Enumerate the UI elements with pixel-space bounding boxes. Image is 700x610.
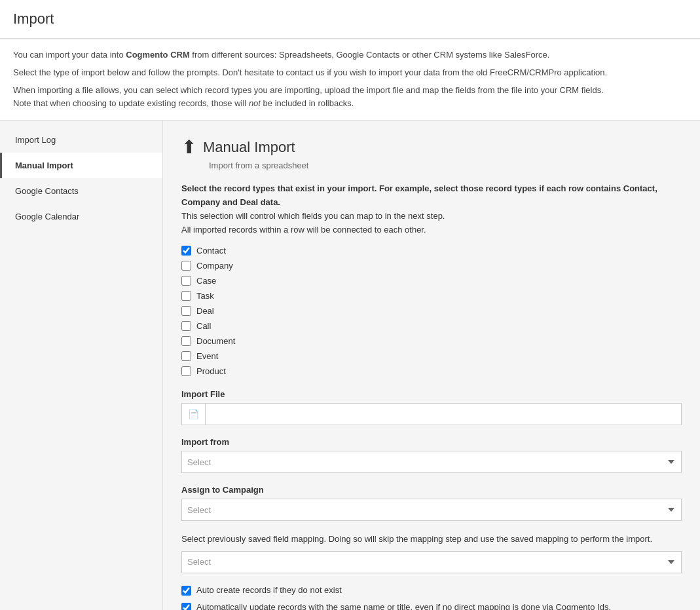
- sidebar-item-google-calendar[interactable]: Google Calendar: [0, 204, 162, 229]
- sidebar-item-google-contacts[interactable]: Google Contacts: [0, 178, 162, 204]
- checkbox-event: Event: [181, 351, 682, 361]
- import-file-group: Import File 📄: [181, 389, 682, 425]
- checkbox-contact-input[interactable]: [181, 246, 191, 256]
- import-from-select[interactable]: Select: [181, 451, 682, 473]
- file-browse-button[interactable]: 📄: [181, 403, 205, 425]
- checkbox-call-input[interactable]: [181, 321, 191, 331]
- info-line1: You can import your data into Cogmento C…: [13, 48, 687, 62]
- info-line3: When importing a file allows, you can se…: [13, 84, 687, 111]
- checkbox-product: Product: [181, 366, 682, 376]
- page-header: Import: [0, 0, 700, 39]
- record-types-list: Contact Company Case Task Deal Call: [181, 246, 682, 376]
- import-from-label: Import from: [181, 437, 682, 447]
- content-area: ⬆ Manual Import Import from a spreadshee…: [163, 121, 700, 610]
- assign-campaign-select[interactable]: Select: [181, 499, 682, 521]
- checkbox-company: Company: [181, 261, 682, 271]
- checkbox-document-input[interactable]: [181, 336, 191, 346]
- checkbox-task: Task: [181, 291, 682, 301]
- sidebar-item-manual-import[interactable]: Manual Import: [0, 153, 162, 178]
- sidebar-item-import-log[interactable]: Import Log: [0, 127, 162, 153]
- checkbox-deal: Deal: [181, 306, 682, 316]
- mapping-select[interactable]: Select: [181, 551, 682, 573]
- file-icon: 📄: [188, 409, 199, 419]
- assign-campaign-label: Assign to Campaign: [181, 485, 682, 495]
- file-path-input[interactable]: [205, 403, 682, 425]
- checkbox-call: Call: [181, 321, 682, 331]
- checkbox-case: Case: [181, 276, 682, 286]
- assign-campaign-group: Assign to Campaign Select: [181, 485, 682, 521]
- manual-import-title: Manual Import: [203, 139, 295, 156]
- manual-import-header: ⬆ Manual Import: [181, 136, 682, 158]
- manual-import-icon: ⬆: [181, 136, 196, 158]
- record-types-description: Select the record types that exist in yo…: [181, 182, 682, 237]
- import-file-label: Import File: [181, 389, 682, 399]
- info-section: You can import your data into Cogmento C…: [0, 39, 700, 121]
- sidebar: Import Log Manual Import Google Contacts…: [0, 121, 163, 610]
- options-section: Auto create records if they do not exist…: [181, 585, 682, 610]
- checkbox-task-input[interactable]: [181, 291, 191, 301]
- page-title: Import: [13, 10, 687, 28]
- checkbox-company-input[interactable]: [181, 261, 191, 271]
- auto-update-checkbox[interactable]: [181, 603, 191, 610]
- checkbox-contact: Contact: [181, 246, 682, 256]
- auto-create-option: Auto create records if they do not exist: [181, 585, 682, 596]
- file-input-row: 📄: [181, 403, 682, 425]
- checkbox-event-input[interactable]: [181, 351, 191, 361]
- checkbox-deal-input[interactable]: [181, 306, 191, 316]
- import-from-group: Import from Select: [181, 437, 682, 473]
- mapping-description: Select previously saved field mapping. D…: [181, 533, 682, 546]
- manual-import-subtitle: Import from a spreadsheet: [209, 161, 682, 170]
- checkbox-product-input[interactable]: [181, 366, 191, 376]
- checkbox-case-input[interactable]: [181, 276, 191, 286]
- auto-update-option: Automatically update records with the sa…: [181, 602, 682, 610]
- auto-create-checkbox[interactable]: [181, 586, 191, 596]
- checkbox-document: Document: [181, 336, 682, 346]
- info-line2: Select the type of import below and foll…: [13, 66, 687, 80]
- mapping-group: Select previously saved field mapping. D…: [181, 533, 682, 573]
